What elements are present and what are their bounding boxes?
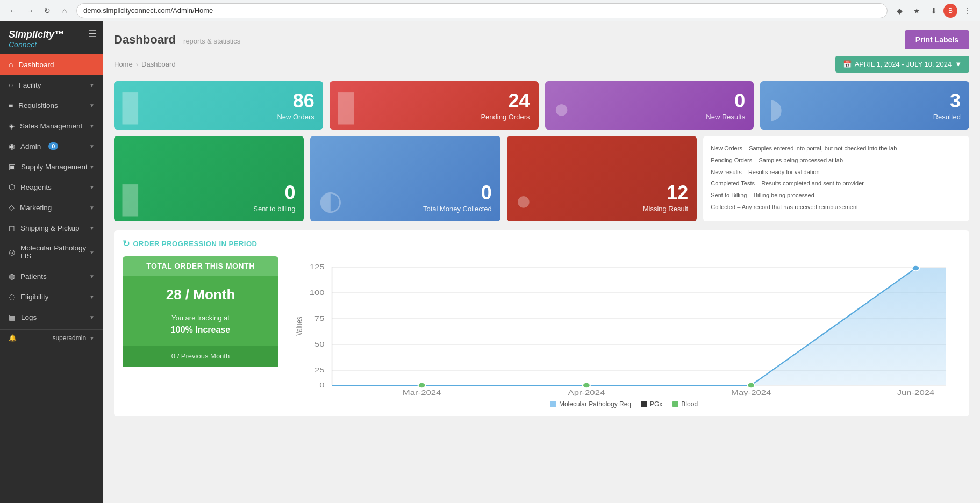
extensions-button[interactable]: ◆ [892,3,907,18]
legend-dot-pgx [641,401,647,407]
sidebar-item-requisitions[interactable]: ≡ Requisitions ▼ [0,95,103,116]
chevron-icon: ▼ [89,184,95,190]
date-range-button[interactable]: 📅 APRIL 1, 2024 - JULY 10, 2024 ▼ [835,56,969,73]
sidebar-item-sales-management[interactable]: ◈ Sales Management ▼ [0,116,103,136]
card-missing-result[interactable]: ● 12 Missing Result [507,136,697,221]
card-total-money[interactable]: ◐ 0 Total Money Collected [310,136,500,221]
sidebar-item-left: ≡ Requisitions [9,101,58,110]
total-order-card: TOTAL ORDER THIS MONTH 28 / Month You ar… [123,256,278,375]
legend-item: Sent to Billing – Billing being processe… [711,190,962,201]
sidebar-item-patients[interactable]: ◍ Patients ▼ [0,266,103,286]
sidebar-item-shipping[interactable]: ◻ Shipping & Pickup ▼ [0,218,103,238]
molecular-icon: ◎ [9,248,15,256]
card-label: Missing Result [516,205,688,213]
chevron-icon: ▼ [89,205,95,211]
card-pending-orders[interactable]: ▊ 24 Pending Orders [330,81,539,130]
page-title-area: Dashboard reports & statistics [114,33,240,47]
chart-container: 125 100 75 50 25 0 Mar-2024 Apr-2024 May… [287,256,961,396]
card-new-orders[interactable]: ▊ 86 New Orders [114,81,323,130]
sidebar-item-label: Molecular Pathology LIS [20,244,89,260]
logo: Simplicity™ Connect [9,29,64,49]
sidebar-item-supply-management[interactable]: ▣ Supply Management ▼ [0,156,103,177]
legend-blood: Blood [672,400,698,408]
admin-badge: 0 [48,142,58,150]
sidebar-item-marketing[interactable]: ◇ Marketing ▼ [0,197,103,218]
sidebar-item-label: Facility [18,81,41,89]
sidebar-item-dashboard[interactable]: ⌂ Dashboard [0,54,103,75]
menu-button[interactable]: ⋮ [960,3,975,18]
total-order-footer: 0 / Previous Month [123,346,278,367]
sidebar-item-facility[interactable]: ○ Facility ▼ [0,75,103,95]
sidebar-item-molecular[interactable]: ◎ Molecular Pathology LIS ▼ [0,238,103,266]
address-bar[interactable]: demo.simplicityconnect.com/Admin/Home [76,3,888,18]
sidebar-item-left: ◇ Marketing [9,203,52,212]
svg-text:25: 25 [314,367,325,373]
main-content: Dashboard reports & statistics Print Lab… [103,21,980,503]
monthly-value: 28 / Month [130,286,271,303]
sidebar-item-logs[interactable]: ▤ Logs ▼ [0,307,103,327]
admin-icon: ◉ [9,142,15,150]
calendar-icon: 📅 [843,60,852,68]
svg-text:0: 0 [319,382,324,389]
chevron-icon: ▼ [89,249,95,255]
legend-item: Pending Orders – Samples being processed… [711,155,962,166]
sidebar-item-eligibility[interactable]: ◌ Eligibility ▼ [0,286,103,307]
card-new-results[interactable]: ● 0 New Results [545,81,754,130]
svg-point-19 [747,383,755,388]
chevron-icon: ▼ [89,143,95,149]
sidebar-item-left: ◍ Patients [9,272,47,281]
chevron-icon: ▼ [89,274,95,279]
line-chart: 125 100 75 50 25 0 Mar-2024 Apr-2024 May… [287,256,961,396]
sidebar-item-label: Marketing [20,204,52,212]
breadcrumb-home[interactable]: Home [114,60,133,68]
forward-button[interactable]: → [23,3,38,18]
svg-text:100: 100 [310,289,325,296]
increase-text: 100% Increase [130,325,271,335]
legend-panel: New Orders – Samples entered into portal… [703,136,969,221]
legend-item: Collected – Any record that has received… [711,202,962,213]
chevron-icon: ▼ [89,225,95,231]
page-subtitle: reports & statistics [183,37,240,45]
bottom-content: TOTAL ORDER THIS MONTH 28 / Month You ar… [123,256,961,408]
card-number: 24 [338,91,530,111]
bookmark-button[interactable]: ★ [909,3,924,18]
notification-icon[interactable]: 🔔 [9,334,17,342]
browser-actions: ◆ ★ ⬇ B ⋮ [892,3,975,18]
card-label: Sent to billing [123,205,295,213]
legend-item: New Orders – Samples entered into portal… [711,143,962,154]
print-labels-button[interactable]: Print Labels [905,30,969,49]
download-button[interactable]: ⬇ [926,3,941,18]
reload-button[interactable]: ↻ [40,3,55,18]
svg-text:May-2024: May-2024 [731,389,771,396]
url-text: demo.simplicityconnect.com/Admin/Home [83,6,213,15]
sidebar-item-left: ⬡ Reagents [9,183,52,191]
back-button[interactable]: ← [5,3,20,18]
breadcrumb-separator: › [136,60,138,68]
reagents-icon: ⬡ [9,183,15,191]
page-header: Dashboard reports & statistics Print Lab… [114,30,969,49]
chevron-icon: ▼ [89,103,95,109]
stats-row-2: ▊ 0 Sent to billing ◐ 0 Total Money Coll… [114,136,969,221]
card-sent-to-billing[interactable]: ▊ 0 Sent to billing [114,136,304,221]
home-button[interactable]: ⌂ [57,3,72,18]
date-range-label: APRIL 1, 2024 - JULY 10, 2024 [855,60,952,68]
svg-text:Jun-2024: Jun-2024 [897,389,935,396]
facility-icon: ○ [9,81,13,89]
sidebar-item-reagents[interactable]: ⬡ Reagents ▼ [0,177,103,197]
page-title: Dashboard reports & statistics [114,33,240,46]
card-number: 86 [123,91,314,111]
section-title: ↻ ORDER PROGRESSION IN PERIOD [123,239,961,249]
logs-icon: ▤ [9,313,16,321]
chevron-icon: ▼ [89,82,95,88]
dashboard-icon: ⌂ [9,60,13,69]
chart-area: 125 100 75 50 25 0 Mar-2024 Apr-2024 May… [287,256,961,408]
sidebar-item-admin[interactable]: ◉ Admin 0 ▼ [0,136,103,156]
marketing-icon: ◇ [9,203,15,212]
legend-pgx: PGx [641,400,662,408]
card-resulted[interactable]: ◗ 3 Resulted [760,81,969,130]
patients-icon: ◍ [9,272,15,281]
sidebar-toggle[interactable]: ☰ [88,28,97,40]
sidebar-item-label: Reagents [20,183,52,191]
order-progression-section: ↻ ORDER PROGRESSION IN PERIOD TOTAL ORDE… [114,230,969,416]
profile-button[interactable]: B [943,4,957,18]
